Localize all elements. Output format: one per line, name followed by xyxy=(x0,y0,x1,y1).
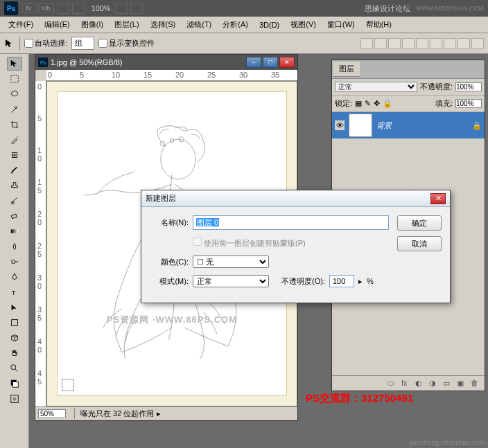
ps-logo: Ps xyxy=(4,1,18,15)
new-layer-icon[interactable]: ▣ xyxy=(457,379,467,388)
menu-edit[interactable]: 编辑(E) xyxy=(39,19,76,30)
menu-select[interactable]: 选择(S) xyxy=(145,19,182,30)
blend-mode-select[interactable]: 正常 xyxy=(335,82,417,92)
dialog-opacity-input[interactable] xyxy=(329,275,354,287)
wand-tool[interactable] xyxy=(7,102,22,116)
minibridge-button[interactable]: Mb xyxy=(38,3,54,13)
hand-tool[interactable] xyxy=(7,346,22,360)
crop-tool[interactable] xyxy=(7,118,22,132)
group-icon[interactable]: ▭ xyxy=(443,379,453,388)
ok-button[interactable]: 确定 xyxy=(397,215,442,231)
align-icon[interactable] xyxy=(471,38,484,49)
opacity-arrow[interactable]: ▸ xyxy=(358,277,363,286)
healing-tool[interactable] xyxy=(7,148,22,162)
menu-3d[interactable]: 3D(D) xyxy=(254,21,285,29)
type-tool[interactable]: T xyxy=(7,285,22,299)
svg-rect-11 xyxy=(12,382,18,387)
minimize-button[interactable]: − xyxy=(246,57,261,68)
auto-select-target[interactable]: 组 xyxy=(71,37,94,50)
path-select-tool[interactable] xyxy=(7,301,22,314)
stamp-tool[interactable] xyxy=(7,179,22,192)
history-brush-tool[interactable] xyxy=(7,194,22,208)
pen-tool[interactable] xyxy=(7,270,22,284)
lock-move-icon[interactable]: ✥ xyxy=(374,99,380,108)
dialog-titlebar[interactable]: 新建图层 ✕ xyxy=(141,190,450,207)
marquee-tool[interactable] xyxy=(7,72,22,86)
brush-tool[interactable] xyxy=(7,163,22,177)
align-icon[interactable] xyxy=(444,38,456,49)
gradient-tool[interactable] xyxy=(7,224,22,238)
menu-view[interactable]: 视图(V) xyxy=(285,19,322,30)
mode-label: 模式(M): xyxy=(150,276,189,287)
opacity-input[interactable] xyxy=(455,82,482,91)
shape-tool[interactable] xyxy=(7,316,22,330)
dodge-tool[interactable] xyxy=(7,255,22,269)
name-input[interactable]: 图层 0 xyxy=(193,215,389,230)
link-icon[interactable]: ⬭ xyxy=(387,379,397,388)
menu-file[interactable]: 文件(F) xyxy=(3,19,39,30)
auto-select-checkbox[interactable]: 自动选择: xyxy=(24,38,67,48)
eraser-tool[interactable] xyxy=(7,209,22,223)
adjustment-icon[interactable]: ◑ xyxy=(429,379,439,388)
dialog-close-button[interactable]: ✕ xyxy=(430,193,446,204)
zoom-input[interactable] xyxy=(38,409,66,418)
align-icon[interactable] xyxy=(388,38,401,49)
svg-rect-0 xyxy=(10,75,18,83)
fx-icon[interactable]: fx xyxy=(401,379,411,388)
clip-checkbox[interactable]: 使用前一图层创建剪贴蒙版(P) xyxy=(193,237,306,249)
annotation-text: PS交流群：312750491 xyxy=(306,392,413,405)
mode-select[interactable]: 正常 xyxy=(193,275,269,287)
dialog-opacity-label: 不透明度(O): xyxy=(281,276,325,287)
lock-all-icon[interactable]: 🔒 xyxy=(383,99,392,108)
close-button[interactable]: ✕ xyxy=(279,57,295,68)
hand-icon[interactable] xyxy=(115,3,128,14)
document-titlebar[interactable]: Ps 1.jpg @ 50%(RGB/8) − □ ✕ xyxy=(35,55,297,70)
menu-layer[interactable]: 图层(L) xyxy=(109,19,144,30)
screen-mode-icon[interactable] xyxy=(57,3,69,14)
show-transform-checkbox[interactable]: 显示变换控件 xyxy=(98,38,155,48)
layer-thumbnail[interactable] xyxy=(349,114,372,137)
layer-item[interactable]: 👁 背景 🔒 xyxy=(332,112,485,138)
lock-brush-icon[interactable]: ✎ xyxy=(365,99,371,108)
quickmask-tool[interactable] xyxy=(7,392,22,406)
menu-analysis[interactable]: 分析(A) xyxy=(217,19,254,30)
opacity-unit: % xyxy=(367,277,374,285)
bridge-button[interactable]: Br xyxy=(22,3,35,13)
visibility-icon[interactable]: 👁 xyxy=(335,120,345,130)
fill-input[interactable] xyxy=(455,99,482,108)
menu-window[interactable]: 窗口(W) xyxy=(322,19,360,30)
cancel-button[interactable]: 取消 xyxy=(397,236,442,251)
svg-point-14 xyxy=(161,139,195,179)
maximize-button[interactable]: □ xyxy=(263,57,278,68)
lock-pixels-icon[interactable]: ▦ xyxy=(355,99,362,108)
layer-name[interactable]: 背景 xyxy=(376,120,392,131)
zoom-tool[interactable] xyxy=(7,361,22,375)
zoom-level[interactable]: 100% xyxy=(92,4,111,12)
menu-image[interactable]: 图像(I) xyxy=(76,19,109,30)
align-icon[interactable] xyxy=(374,38,387,49)
menu-filter[interactable]: 滤镜(T) xyxy=(181,19,217,30)
color-label: 颜色(C): xyxy=(150,257,189,267)
arrange-icon[interactable] xyxy=(72,3,85,14)
lasso-tool[interactable] xyxy=(7,87,22,101)
align-icon[interactable] xyxy=(360,38,373,49)
zoom-icon[interactable] xyxy=(130,3,143,14)
blur-tool[interactable] xyxy=(7,240,22,253)
svg-point-6 xyxy=(11,260,15,263)
move-tool[interactable] xyxy=(7,57,22,71)
align-icon[interactable] xyxy=(402,38,415,49)
statusbar: 曝光只在 32 位起作用 ▸ xyxy=(35,406,297,420)
move-tool-icon xyxy=(4,38,15,49)
svg-rect-5 xyxy=(10,229,18,233)
eyedropper-tool[interactable] xyxy=(7,133,22,147)
color-swatch[interactable] xyxy=(7,377,22,391)
align-icon[interactable] xyxy=(430,38,442,49)
menu-help[interactable]: 帮助(H) xyxy=(360,19,397,30)
layers-tab[interactable]: 图层 xyxy=(333,62,360,77)
mask-icon[interactable]: ◐ xyxy=(415,379,425,388)
3d-tool[interactable] xyxy=(7,331,22,345)
delete-icon[interactable]: 🗑 xyxy=(471,379,480,388)
color-select[interactable]: ☐ 无 xyxy=(193,256,269,268)
align-icon[interactable] xyxy=(416,38,428,49)
align-icon[interactable] xyxy=(458,38,470,49)
